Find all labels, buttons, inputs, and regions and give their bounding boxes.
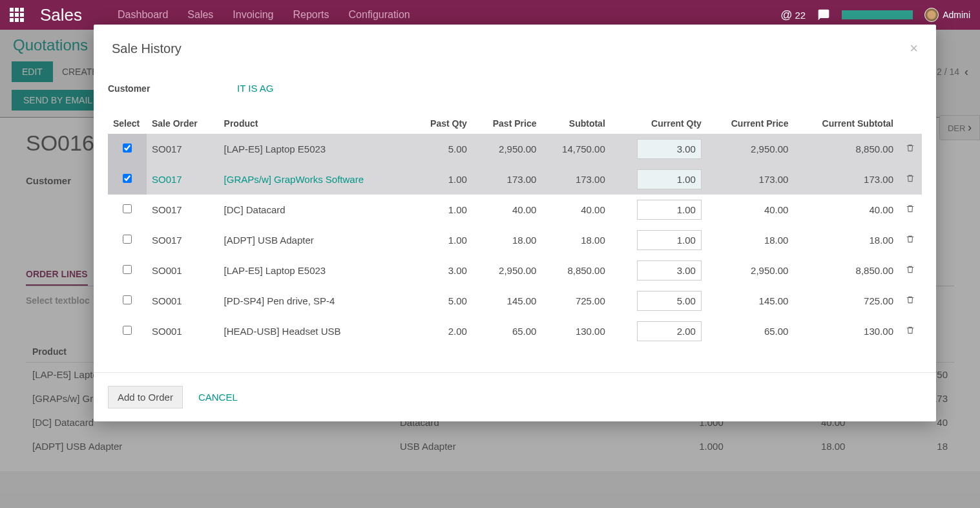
cell-product: [ADPT] USB Adapter bbox=[219, 225, 412, 255]
cell-current-price: 18.00 bbox=[707, 225, 794, 255]
nav-dashboard[interactable]: Dashboard bbox=[118, 9, 168, 21]
app-brand[interactable]: Sales bbox=[40, 5, 82, 25]
cell-current-subtotal: 40.00 bbox=[793, 195, 899, 225]
current-qty-input[interactable] bbox=[637, 169, 702, 189]
th-product: Product bbox=[219, 113, 412, 134]
cell-past-price: 173.00 bbox=[472, 164, 542, 195]
avatar bbox=[924, 8, 939, 22]
cell-current-price: 2,950.00 bbox=[707, 255, 794, 286]
cell-current-price: 145.00 bbox=[707, 286, 794, 316]
cell-past-price: 2,950.00 bbox=[472, 134, 542, 164]
cell-subtotal: 18.00 bbox=[541, 225, 610, 255]
cell-current-subtotal: 725.00 bbox=[793, 286, 899, 316]
cell-past-qty: 1.00 bbox=[412, 195, 472, 225]
cell-subtotal: 130.00 bbox=[541, 316, 610, 346]
cell-product: [DC] Datacard bbox=[219, 195, 412, 225]
cell-current-price: 65.00 bbox=[707, 316, 794, 346]
history-row[interactable]: SO001[HEAD-USB] Headset USB2.0065.00130.… bbox=[108, 316, 922, 346]
cell-sale-order: SO017 bbox=[147, 134, 219, 164]
cell-current-price: 40.00 bbox=[707, 195, 794, 225]
cell-past-qty: 5.00 bbox=[412, 286, 472, 316]
cancel-button[interactable]: CANCEL bbox=[198, 392, 238, 403]
cell-product: [LAP-E5] Laptop E5023 bbox=[219, 255, 412, 286]
cell-current-subtotal: 130.00 bbox=[793, 316, 899, 346]
chat-icon[interactable] bbox=[817, 8, 830, 21]
cell-subtotal: 173.00 bbox=[541, 164, 610, 195]
row-checkbox[interactable] bbox=[123, 326, 132, 335]
row-checkbox[interactable] bbox=[123, 204, 132, 213]
cell-subtotal: 40.00 bbox=[541, 195, 610, 225]
at-icon bbox=[780, 8, 792, 22]
customer-field-label: Customer bbox=[108, 83, 237, 94]
current-qty-input[interactable] bbox=[637, 139, 702, 159]
th-past-qty: Past Qty bbox=[412, 113, 472, 134]
cell-current-subtotal: 18.00 bbox=[793, 225, 899, 255]
current-qty-input[interactable] bbox=[637, 291, 702, 311]
trash-icon[interactable] bbox=[906, 205, 915, 216]
cell-current-price: 173.00 bbox=[707, 164, 794, 195]
cell-sale-order: SO001 bbox=[147, 286, 219, 316]
progress-bar bbox=[842, 10, 913, 19]
row-checkbox[interactable] bbox=[123, 295, 132, 304]
row-checkbox[interactable] bbox=[123, 143, 132, 153]
cell-past-qty: 5.00 bbox=[412, 134, 472, 164]
cell-product: [HEAD-USB] Headset USB bbox=[219, 316, 412, 346]
th-current-qty: Current Qty bbox=[610, 113, 707, 134]
nav-sales[interactable]: Sales bbox=[187, 9, 213, 21]
trash-icon[interactable] bbox=[906, 326, 915, 337]
trash-icon[interactable] bbox=[906, 144, 915, 155]
trash-icon[interactable] bbox=[906, 235, 915, 246]
trash-icon[interactable] bbox=[906, 296, 915, 307]
cell-subtotal: 725.00 bbox=[541, 286, 610, 316]
history-row[interactable]: SO017[LAP-E5] Laptop E50235.002,950.0014… bbox=[108, 134, 922, 164]
cell-sale-order: SO017 bbox=[147, 195, 219, 225]
cell-current-subtotal: 8,850.00 bbox=[793, 134, 899, 164]
th-sale-order: Sale Order bbox=[147, 113, 219, 134]
cell-past-qty: 1.00 bbox=[412, 225, 472, 255]
messages-count: 22 bbox=[795, 10, 806, 21]
history-row[interactable]: SO017[ADPT] USB Adapter1.0018.0018.0018.… bbox=[108, 225, 922, 255]
th-current-subtotal: Current Subtotal bbox=[793, 113, 899, 134]
cell-current-subtotal: 8,850.00 bbox=[793, 255, 899, 286]
current-qty-input[interactable] bbox=[637, 260, 702, 280]
cell-past-price: 18.00 bbox=[472, 225, 542, 255]
cell-sale-order: SO001 bbox=[147, 316, 219, 346]
th-subtotal: Subtotal bbox=[541, 113, 610, 134]
row-checkbox[interactable] bbox=[123, 235, 132, 244]
cell-past-price: 145.00 bbox=[472, 286, 542, 316]
trash-icon[interactable] bbox=[906, 175, 915, 185]
th-select: Select bbox=[108, 113, 147, 134]
cell-product: [LAP-E5] Laptop E5023 bbox=[219, 134, 412, 164]
current-qty-input[interactable] bbox=[637, 200, 702, 220]
cell-current-subtotal: 173.00 bbox=[793, 164, 899, 195]
nav-invoicing[interactable]: Invoicing bbox=[233, 9, 273, 21]
history-row[interactable]: SO001[PD-SP4] Pen drive, SP-45.00145.007… bbox=[108, 286, 922, 316]
history-row[interactable]: SO017[DC] Datacard1.0040.0040.0040.0040.… bbox=[108, 195, 922, 225]
current-qty-input[interactable] bbox=[637, 230, 702, 250]
nav-configuration[interactable]: Configuration bbox=[349, 9, 410, 21]
close-icon[interactable]: × bbox=[910, 40, 918, 57]
cell-past-price: 65.00 bbox=[472, 316, 542, 346]
cell-past-price: 40.00 bbox=[472, 195, 542, 225]
th-current-price: Current Price bbox=[707, 113, 794, 134]
row-checkbox[interactable] bbox=[123, 174, 132, 183]
messages-badge[interactable]: 22 bbox=[780, 8, 806, 22]
sale-history-modal: Sale History × Customer IT IS AG Select … bbox=[94, 25, 936, 421]
history-row[interactable]: SO001[LAP-E5] Laptop E50233.002,950.008,… bbox=[108, 255, 922, 286]
history-row[interactable]: SO017[GRAPs/w] GrapWorks Software1.00173… bbox=[108, 164, 922, 195]
cell-product: [PD-SP4] Pen drive, SP-4 bbox=[219, 286, 412, 316]
trash-icon[interactable] bbox=[906, 266, 915, 277]
nav-reports[interactable]: Reports bbox=[293, 9, 329, 21]
current-qty-input[interactable] bbox=[637, 321, 702, 341]
apps-icon[interactable] bbox=[10, 8, 24, 22]
cell-sale-order: SO017 bbox=[147, 225, 219, 255]
customer-field-value[interactable]: IT IS AG bbox=[237, 83, 273, 94]
th-past-price: Past Price bbox=[472, 113, 542, 134]
cell-current-price: 2,950.00 bbox=[707, 134, 794, 164]
history-table: Select Sale Order Product Past Qty Past … bbox=[108, 113, 922, 346]
cell-past-price: 2,950.00 bbox=[472, 255, 542, 286]
row-checkbox[interactable] bbox=[123, 265, 132, 274]
user-menu[interactable]: Admini bbox=[924, 8, 970, 22]
modal-title: Sale History bbox=[112, 41, 182, 56]
add-to-order-button[interactable]: Add to Order bbox=[108, 386, 183, 408]
